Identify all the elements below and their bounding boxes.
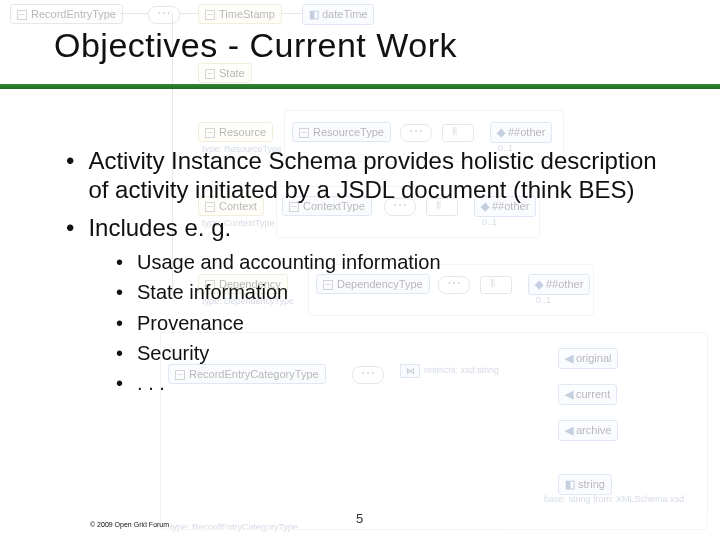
bullet-text: Includes e. g. <box>88 213 231 242</box>
sub-bullet-item: •. . . <box>116 371 680 395</box>
slide-content: Objectives - Current Work • Activity Ins… <box>0 0 720 540</box>
title-rule <box>0 84 720 89</box>
bullet-marker: • <box>66 213 74 242</box>
sub-bullet-item: •Security <box>116 341 680 365</box>
footer-copyright: © 2009 Open Grid Forum <box>90 521 169 528</box>
sub-bullet-list: •Usage and accounting information •State… <box>116 250 680 396</box>
sub-bullet-item: •Provenance <box>116 311 680 335</box>
bullet-marker: • <box>66 146 74 205</box>
slide-title: Objectives - Current Work <box>54 26 457 65</box>
page-number: 5 <box>356 511 363 526</box>
bullet-item: • Activity Instance Schema provides holi… <box>66 146 680 205</box>
bullet-item: • Includes e. g. <box>66 213 680 242</box>
sub-bullet-item: •Usage and accounting information <box>116 250 680 274</box>
bullet-text: Activity Instance Schema provides holist… <box>88 146 680 205</box>
bullet-list: • Activity Instance Schema provides holi… <box>66 146 680 402</box>
sub-bullet-item: •State information <box>116 280 680 304</box>
